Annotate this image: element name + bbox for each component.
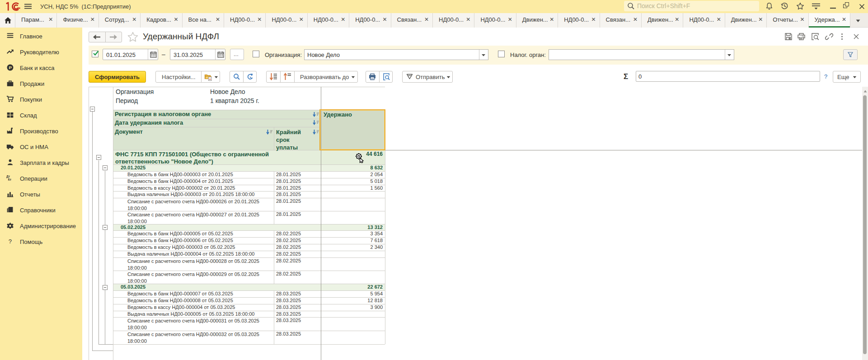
svg-text:Кт: Кт xyxy=(8,178,12,181)
svg-text:?: ? xyxy=(9,238,12,245)
svg-text:P: P xyxy=(9,65,12,70)
